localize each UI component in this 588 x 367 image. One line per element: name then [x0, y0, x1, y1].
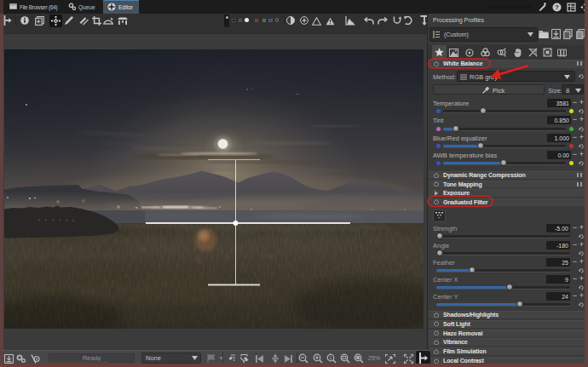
svg-text:?: ?	[555, 3, 559, 11]
svg-text:1: 1	[329, 355, 331, 360]
svg-text:META: META	[558, 54, 564, 56]
